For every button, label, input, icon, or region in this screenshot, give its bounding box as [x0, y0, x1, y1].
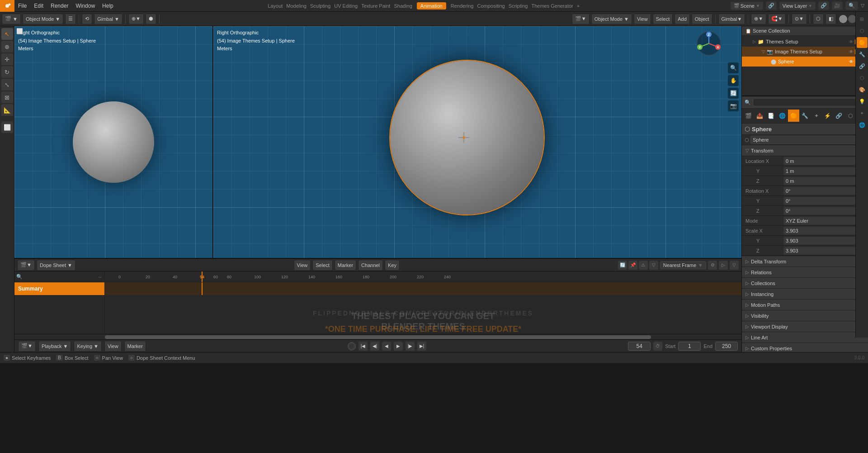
- cursor-tool[interactable]: ⊕: [1, 41, 13, 52]
- props-search-input[interactable]: [753, 98, 856, 106]
- prev-keyframe-btn[interactable]: ◀|: [370, 342, 379, 351]
- start-frame-input[interactable]: 1: [678, 342, 701, 351]
- pb-marker-btn[interactable]: Marker: [124, 341, 146, 352]
- viewport-left[interactable]: Right Orthographic (54) Image Themes Set…: [14, 26, 213, 258]
- scale-y-value[interactable]: 3.903 🔒: [783, 237, 864, 245]
- search-clear-btn[interactable]: ↔: [98, 274, 103, 280]
- rotate-tool[interactable]: ↻: [1, 66, 13, 78]
- modifier-props-icon[interactable]: 🔧: [799, 110, 811, 122]
- pb-keying-btn[interactable]: Keying▼: [74, 341, 102, 352]
- location-y-value[interactable]: 1 m 🔒: [783, 167, 864, 175]
- pb-editor-type[interactable]: 🎬▼: [18, 341, 36, 352]
- mode-select[interactable]: XYZ Euler ▼: [783, 217, 864, 225]
- menu-help[interactable]: Help: [99, 0, 117, 11]
- select-tool[interactable]: ↖: [1, 28, 13, 40]
- pin-btn[interactable]: 📌: [628, 261, 637, 270]
- current-frame-input[interactable]: 54: [628, 342, 651, 351]
- pivot-btn2[interactable]: ⊕▼: [751, 14, 766, 24]
- vp-left-editor-icon[interactable]: ⬜: [16, 28, 23, 34]
- line-art-header[interactable]: ▷ Line Art: [742, 332, 868, 343]
- editor-type-btn2[interactable]: 🎬▼: [572, 14, 590, 24]
- summary-row[interactable]: Summary: [14, 282, 104, 295]
- dope-sheet-btn[interactable]: Dope Sheet▼: [37, 260, 75, 271]
- rp-active-icon[interactable]: 🟠: [857, 37, 868, 48]
- constraints-props-icon[interactable]: 🔗: [833, 110, 844, 122]
- jump-end-btn[interactable]: ▶|: [417, 342, 426, 351]
- transform-header[interactable]: ▽ Transform: [742, 145, 868, 156]
- object-props-icon active-prop[interactable]: 🟠: [788, 110, 799, 122]
- nearest-frame-dropdown[interactable]: Nearest Frame ▼: [660, 261, 706, 269]
- zoom-in-btn[interactable]: 🔍: [728, 62, 739, 73]
- snap-btn[interactable]: 🧲▼: [768, 14, 786, 24]
- rp-data-icon[interactable]: ⬡: [857, 72, 868, 83]
- add-cube-tool[interactable]: ⬜: [1, 121, 13, 133]
- solid-mode-btn[interactable]: [839, 15, 847, 23]
- timing-btn[interactable]: ⏱: [653, 342, 662, 351]
- scale-tool[interactable]: ⤡: [1, 79, 13, 91]
- scene-selector[interactable]: 🎬 Scene ▼: [731, 2, 763, 10]
- play-reverse-btn[interactable]: ◀: [382, 342, 391, 351]
- scene-props-icon[interactable]: 🎬: [743, 110, 754, 122]
- data-props-icon[interactable]: ⬡: [844, 110, 856, 122]
- outliner-sphere[interactable]: ⬤ Sphere 👁 🔽 📷: [742, 57, 868, 67]
- visibility-icon-its[interactable]: 👁: [849, 49, 854, 54]
- tl-marker-btn[interactable]: Marker: [335, 260, 356, 271]
- physics-props-icon[interactable]: ⚡: [822, 110, 833, 122]
- view-btn[interactable]: View: [634, 14, 651, 24]
- rp-constraints-icon[interactable]: 🔗: [857, 61, 868, 72]
- sync-btn[interactable]: 🔄: [618, 261, 627, 270]
- camera-btn[interactable]: 📷: [728, 100, 739, 111]
- rotation-y-value[interactable]: 0° 🔒: [783, 197, 864, 205]
- gimbal-btn2[interactable]: Gimbal▼: [718, 14, 745, 24]
- menu-render[interactable]: Render: [47, 0, 72, 11]
- rp-object-icon[interactable]: ⬡: [857, 26, 868, 36]
- proportional-btn[interactable]: ⊙▼: [792, 14, 807, 24]
- gimbal-btn[interactable]: Gimbal▼: [94, 14, 123, 24]
- outliner-themes-setup[interactable]: ▷ 📁 Themes Setup 👁 🔽 📷: [742, 37, 868, 47]
- view-layer-props-icon[interactable]: 📑: [765, 110, 777, 122]
- move-tool[interactable]: ✛: [1, 53, 13, 65]
- scene-link-btn[interactable]: 🔗: [766, 1, 777, 10]
- tl-key-btn[interactable]: Key: [385, 260, 400, 271]
- filter-btn[interactable]: ▽: [861, 3, 864, 9]
- mode-btn[interactable]: Object Mode▼: [23, 14, 63, 24]
- outliner-image-themes-setup[interactable]: ▽ 📷 Image Themes Setup 👁 🔽 📷: [742, 47, 868, 57]
- orbit-btn[interactable]: 🔄: [728, 88, 739, 99]
- transform2-btn[interactable]: ⬢: [146, 14, 156, 24]
- tl-right-btn[interactable]: ▷: [719, 261, 728, 270]
- data-name-input[interactable]: Sphere: [750, 136, 865, 144]
- rp-shading-icon[interactable]: 💡: [857, 96, 868, 107]
- search-bar[interactable]: 🔍: [845, 1, 858, 10]
- warning-btn[interactable]: ⚠: [639, 261, 648, 270]
- location-z-value[interactable]: 0 m 🔒: [783, 177, 864, 185]
- transform-btn[interactable]: ⟲: [82, 14, 92, 24]
- axis-gizmo[interactable]: Z X Y: [695, 30, 722, 58]
- scene-world-icon[interactable]: 🌐: [777, 110, 788, 122]
- overlay-btn[interactable]: ⬡: [813, 14, 824, 24]
- visibility-header[interactable]: ▷ Visibility: [742, 310, 868, 321]
- timeline-editor-type[interactable]: 🎬▼: [17, 260, 35, 271]
- editor-type-btn[interactable]: 🎬▼: [2, 14, 21, 24]
- tl-channel-btn[interactable]: Channel: [358, 260, 383, 271]
- relations-header[interactable]: ▷ Relations: [742, 267, 868, 278]
- record-btn[interactable]: [348, 342, 356, 350]
- layer-link-btn[interactable]: 🔗: [818, 1, 829, 10]
- output-props-icon[interactable]: 📤: [754, 110, 765, 122]
- display-btn[interactable]: ☰: [65, 14, 76, 24]
- menu-file[interactable]: File: [14, 0, 30, 11]
- tl-settings-btn[interactable]: ⚙: [708, 261, 717, 270]
- rotation-x-value[interactable]: 0° 🔒: [783, 187, 864, 195]
- instancing-header[interactable]: ▷ Instancing: [742, 289, 868, 300]
- timeline-scrollbar[interactable]: [14, 334, 741, 339]
- next-keyframe-btn[interactable]: |▶: [406, 342, 415, 351]
- pan-btn[interactable]: ✋: [728, 75, 739, 86]
- menu-edit[interactable]: Edit: [30, 0, 47, 11]
- jump-start-btn[interactable]: |◀: [359, 342, 368, 351]
- rotation-z-value[interactable]: 0° 🔒: [783, 207, 864, 215]
- scale-x-value[interactable]: 3.903 🔒: [783, 227, 864, 235]
- rp-particles-icon[interactable]: ✦: [857, 108, 868, 119]
- add-btn[interactable]: Add: [675, 14, 690, 24]
- scrollbar-thumb[interactable]: [105, 335, 651, 339]
- pivot-btn[interactable]: ⊕▼: [128, 14, 144, 24]
- end-frame-input[interactable]: 250: [715, 342, 738, 351]
